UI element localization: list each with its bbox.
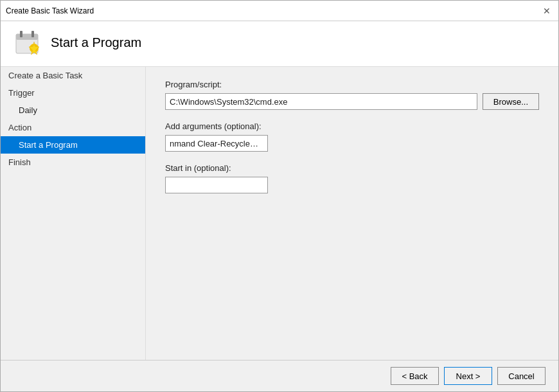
start-in-input[interactable]: [165, 177, 268, 193]
svg-rect-1: [16, 34, 38, 40]
sidebar-item-action[interactable]: Action: [1, 119, 145, 136]
svg-rect-3: [31, 31, 34, 37]
task-icon: [13, 29, 40, 56]
sidebar-item-daily[interactable]: Daily: [1, 102, 145, 119]
program-script-row: Program/script: Browse...: [165, 80, 539, 110]
add-arguments-row: Add arguments (optional):: [165, 121, 539, 152]
close-button[interactable]: ✕: [540, 4, 553, 17]
start-in-label: Start in (optional):: [165, 163, 539, 173]
sidebar: Create a Basic Task Trigger Daily Action…: [1, 67, 146, 360]
sidebar-item-finish[interactable]: Finish: [1, 154, 145, 171]
program-script-input[interactable]: [165, 93, 477, 110]
title-bar: Create Basic Task Wizard ✕: [1, 1, 558, 21]
content-area: Create a Basic Task Trigger Daily Action…: [1, 67, 558, 360]
footer: < Back Next > Cancel: [1, 360, 558, 391]
sidebar-item-create-basic-task[interactable]: Create a Basic Task: [1, 67, 145, 84]
page-title: Start a Program: [51, 35, 141, 50]
next-button[interactable]: Next >: [444, 367, 492, 385]
svg-rect-2: [20, 31, 22, 37]
start-in-row: Start in (optional):: [165, 163, 539, 193]
window-title: Create Basic Task Wizard: [6, 6, 94, 15]
add-arguments-label: Add arguments (optional):: [165, 121, 539, 131]
cancel-button[interactable]: Cancel: [497, 367, 546, 385]
browse-button[interactable]: Browse...: [483, 93, 539, 110]
wizard-window: Create Basic Task Wizard ✕ Start a Progr…: [0, 0, 559, 392]
program-script-label: Program/script:: [165, 80, 539, 89]
back-button[interactable]: < Back: [391, 367, 439, 385]
add-arguments-input-row: [165, 135, 539, 152]
sidebar-item-trigger[interactable]: Trigger: [1, 84, 145, 102]
sidebar-item-start-a-program[interactable]: Start a Program: [1, 136, 145, 154]
header-area: Start a Program: [1, 21, 558, 67]
program-script-input-row: Browse...: [165, 93, 539, 110]
add-arguments-input[interactable]: [165, 135, 268, 152]
start-in-input-row: [165, 177, 539, 193]
main-form: Program/script: Browse... Add arguments …: [146, 67, 558, 360]
